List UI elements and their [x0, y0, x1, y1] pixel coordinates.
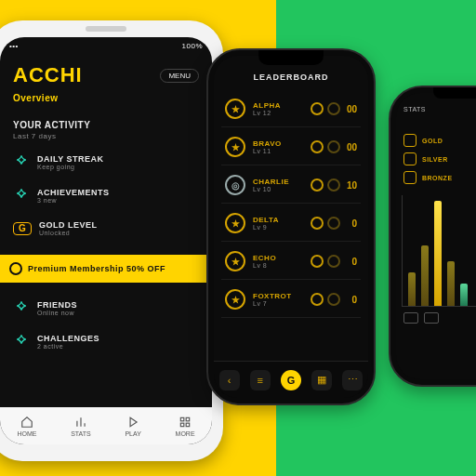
status-left: ••• — [9, 42, 19, 50]
coin-icon — [327, 255, 340, 268]
rank-ring-icon: ★ — [225, 251, 245, 271]
nav-more[interactable]: ⋯ — [342, 370, 363, 390]
play-icon — [126, 416, 139, 429]
list-item[interactable]: CHALLENGES 2 active — [9, 327, 203, 355]
menu-button[interactable]: MENU — [160, 69, 199, 83]
nav-more[interactable]: MORE — [176, 416, 195, 437]
row-value: 0 — [311, 293, 357, 306]
phone-large: ••• 100% ACCHI MENU Overview YOUR ACTIVI… — [0, 20, 223, 461]
leaderboard-row[interactable]: ★ ALPHALv 12 00 — [221, 91, 361, 127]
speaker-slot — [86, 26, 126, 32]
spark-icon — [13, 333, 30, 350]
leaderboard-row[interactable]: ★ BRAVOLv 11 00 — [221, 129, 361, 165]
coin-icon — [327, 140, 340, 153]
row-name: ECHO — [253, 254, 303, 262]
rank-ring-icon: ★ — [225, 99, 245, 119]
phone1-screen: ••• 100% ACCHI MENU Overview YOUR ACTIVI… — [0, 37, 212, 444]
row-number: 00 — [344, 104, 357, 114]
coin-icon — [311, 102, 324, 115]
row-name: CHARLIE — [253, 178, 303, 186]
section1-sub: Last 7 days — [13, 132, 199, 140]
page-subtitle: Overview — [0, 93, 212, 111]
phone2-screen: LEADERBOARD ★ ALPHALv 12 00 ★ BRAVOLv 11… — [214, 56, 368, 398]
row-sub: Lv 9 — [253, 224, 303, 231]
nav-list[interactable]: ≡ — [250, 370, 271, 390]
banner-text: Premium Membership 50% OFF — [28, 264, 165, 273]
row-sub: 3 new — [37, 197, 199, 204]
bottom-nav: HOME STATS PLAY MORE — [0, 407, 212, 444]
phone-middle: LEADERBOARD ★ ALPHALv 12 00 ★ BRAVOLv 11… — [206, 48, 376, 405]
info-icon — [9, 262, 22, 275]
spark-icon — [13, 153, 30, 170]
row-name: ALPHA — [253, 101, 303, 110]
phone3-screen: STATS ⚙ GOLD SILVER BRONZE — [396, 93, 476, 379]
nav-home[interactable]: HOME — [17, 416, 36, 437]
leaderboard-row[interactable]: ★ DELTALv 9 0 — [221, 205, 361, 242]
list-item[interactable]: FRIENDS Online now — [9, 294, 203, 322]
grid-icon — [178, 416, 192, 429]
nav-play[interactable]: PLAY — [125, 416, 140, 437]
rank-ring-icon: ★ — [225, 213, 245, 233]
notch — [258, 50, 324, 65]
row-value: 00 — [311, 102, 357, 115]
nav-stats[interactable]: STATS — [71, 416, 91, 437]
promo-banner[interactable]: Premium Membership 50% OFF — [0, 255, 212, 283]
phone-right: STATS ⚙ GOLD SILVER BRONZE — [389, 86, 476, 387]
coin-icon — [327, 102, 340, 115]
app-brand: ACCHI — [13, 63, 83, 87]
coin-icon — [311, 293, 324, 306]
list-item[interactable]: G GOLD LEVEL Unlocked — [9, 215, 203, 242]
row-value: 00 — [311, 140, 357, 153]
row-number: 0 — [344, 257, 357, 267]
bottom-nav: ‹ ≡ G ▦ ⋯ — [214, 361, 368, 398]
coin-icon — [311, 217, 324, 230]
row-sub: Lv 7 — [253, 300, 303, 307]
spark-icon — [13, 299, 30, 316]
nav-grid[interactable]: ▦ — [311, 370, 332, 390]
list-item[interactable]: DAILY STREAK Keep going — [9, 148, 203, 176]
legend-item[interactable]: BRONZE — [403, 171, 476, 184]
row-value: 10 — [311, 178, 357, 192]
section1-title: YOUR ACTIVITY — [13, 120, 199, 130]
status-bar: ••• 100% — [0, 37, 212, 54]
legend: GOLD SILVER BRONZE — [396, 128, 476, 190]
bar — [434, 201, 442, 306]
leaderboard-row[interactable]: ★ ECHOLv 8 0 — [221, 244, 361, 280]
thumb-icon[interactable] — [424, 312, 439, 324]
rows-group-2: FRIENDS Online now CHALLENGES 2 active — [0, 288, 212, 361]
rank-ring-icon: ★ — [225, 137, 245, 157]
coin-icon — [311, 140, 324, 153]
rank-ring-icon: ◎ — [225, 175, 245, 195]
row-title: CHALLENGES — [37, 334, 199, 343]
nav-label: STATS — [71, 430, 91, 437]
notch — [433, 87, 476, 99]
nav-label: MORE — [176, 430, 195, 437]
leaderboard-row[interactable]: ★ FOXTROTLv 7 0 — [221, 282, 361, 318]
nav-center[interactable]: G — [281, 370, 301, 390]
row-sub: Unlocked — [39, 230, 199, 236]
row-title: GOLD LEVEL — [39, 220, 199, 230]
row-title: FRIENDS — [37, 300, 199, 310]
swatch-icon — [403, 171, 416, 184]
nav-back[interactable]: ‹ — [219, 370, 240, 390]
legend-item[interactable]: SILVER — [403, 152, 476, 165]
coin-icon — [327, 217, 340, 230]
nav-label: PLAY — [125, 430, 140, 437]
leaderboard-row[interactable]: ◎ CHARLIELv 10 10 — [221, 167, 361, 204]
list-item[interactable]: ACHIEVEMENTS 3 new — [9, 181, 203, 209]
svg-rect-2 — [180, 423, 184, 427]
coin-icon — [327, 178, 340, 192]
row-title: ACHIEVEMENTS — [37, 188, 199, 197]
row-number: 00 — [344, 142, 357, 152]
row-sub: Lv 11 — [253, 148, 303, 154]
chart-footer — [396, 307, 476, 329]
row-name: BRAVO — [253, 139, 303, 148]
thumb-icon[interactable] — [403, 312, 418, 324]
bar — [460, 284, 468, 306]
svg-rect-3 — [186, 423, 190, 427]
row-sub: Online now — [37, 310, 199, 316]
svg-rect-1 — [186, 417, 190, 421]
legend-item[interactable]: GOLD — [403, 134, 476, 147]
nav-label: HOME — [17, 430, 36, 437]
row-sub: Lv 12 — [253, 110, 303, 116]
